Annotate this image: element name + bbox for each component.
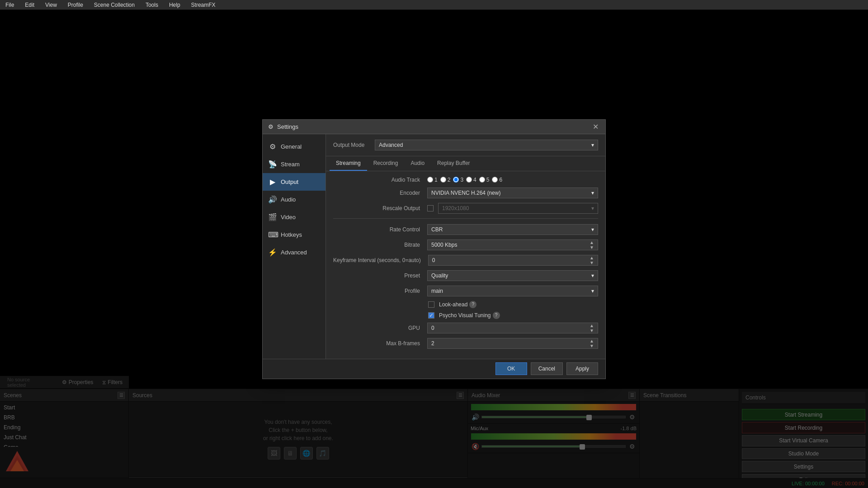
audio-track-radio-1[interactable]: 1 — [427, 177, 438, 183]
rescale-checkbox[interactable] — [427, 205, 434, 211]
dialog-footer: OK Cancel Apply — [263, 359, 605, 379]
look-ahead-checkbox[interactable] — [428, 301, 434, 308]
audio-track-radio-6[interactable]: 6 — [492, 177, 502, 183]
settings-nav-item-advanced[interactable]: ⚡Advanced — [263, 244, 326, 261]
audio-track-radio-5[interactable]: 5 — [479, 177, 490, 183]
psycho-visual-info-icon[interactable]: ? — [493, 312, 500, 319]
max-bframes-control[interactable]: 2 ▲▼ — [427, 338, 598, 349]
dialog-close-btn[interactable]: ✕ — [591, 122, 600, 131]
menu-item-help[interactable]: Help — [167, 1, 182, 9]
profile-chevron-icon: ▾ — [591, 288, 594, 294]
cancel-button[interactable]: Cancel — [531, 362, 563, 375]
ok-button[interactable]: OK — [495, 362, 527, 375]
gpu-row: GPU 0 ▲▼ — [333, 323, 598, 333]
settings-nav-item-output[interactable]: ▶Output — [263, 173, 326, 191]
preset-chevron-icon: ▾ — [591, 272, 594, 279]
settings-nav-item-audio[interactable]: 🔊Audio — [263, 191, 326, 208]
settings-sidebar: ⚙General📡Stream▶Output🔊Audio🎬Video⌨Hotke… — [263, 134, 326, 359]
menu-item-edit[interactable]: Edit — [23, 1, 36, 9]
chevron-down-icon: ▾ — [591, 142, 594, 148]
output-mode-label: Output Mode — [333, 142, 369, 148]
rate-chevron-icon: ▾ — [591, 226, 594, 233]
settings-subtabs: StreamingRecordingAudioReplay Buffer — [326, 156, 605, 171]
audio-nav-icon: 🔊 — [268, 195, 277, 204]
keyframe-spinner[interactable]: ▲▼ — [590, 255, 594, 265]
rate-control-select[interactable]: CBR ▾ — [427, 224, 598, 235]
general-nav-icon: ⚙ — [268, 142, 277, 151]
settings-nav-item-video[interactable]: 🎬Video — [263, 208, 326, 226]
menu-item-tools[interactable]: Tools — [144, 1, 160, 9]
profile-row: Profile main ▾ — [333, 286, 598, 296]
stream-nav-icon: 📡 — [268, 160, 277, 169]
audio-track-radio-2[interactable]: 2 — [440, 177, 451, 183]
menu-item-scene-collection[interactable]: Scene Collection — [92, 1, 137, 9]
rescale-resolution-select[interactable]: 868x488 ▾ — [438, 203, 598, 214]
settings-gear-icon: ⚙ — [268, 123, 274, 130]
subtab-replay-buffer[interactable]: Replay Buffer — [431, 156, 476, 171]
video-nav-icon: 🎬 — [268, 213, 277, 221]
dialog-title: ⚙ Settings — [268, 123, 298, 130]
keyframe-control[interactable]: 0 ▲▼ — [428, 255, 598, 266]
psycho-visual-checkbox[interactable]: ✓ — [428, 312, 434, 319]
look-ahead-info-icon[interactable]: ? — [469, 301, 476, 308]
psycho-visual-row: ✓ Psycho Visual Tuning ? — [428, 312, 598, 319]
bitrate-row: Bitrate 5000 Kbps ▲▼ — [333, 239, 598, 250]
bitrate-control[interactable]: 5000 Kbps ▲▼ — [427, 239, 598, 250]
apply-button[interactable]: Apply — [566, 362, 598, 375]
encoder-chevron-icon: ▾ — [591, 190, 594, 196]
menu-item-view[interactable]: View — [43, 1, 59, 9]
hotkeys-nav-icon: ⌨ — [268, 230, 277, 239]
preset-select[interactable]: Quality ▾ — [427, 270, 598, 281]
gpu-spinner[interactable]: ▲▼ — [590, 323, 594, 333]
subtab-recording[interactable]: Recording — [367, 156, 405, 171]
max-bframes-row: Max B-frames 2 ▲▼ — [333, 338, 598, 349]
rescale-chevron-icon: ▾ — [591, 205, 594, 211]
settings-nav-item-stream[interactable]: 📡Stream — [263, 155, 326, 173]
keyframe-row: Keyframe Interval (seconds, 0=auto) 0 ▲▼ — [333, 255, 598, 266]
preset-row: Preset Quality ▾ — [333, 270, 598, 281]
menu-item-file[interactable]: File — [4, 1, 16, 9]
modal-overlay: ⚙ Settings ✕ ⚙General📡Stream▶Output🔊Audi… — [0, 10, 868, 488]
output-nav-icon: ▶ — [268, 178, 277, 186]
audio-track-radio-3[interactable]: 3 — [453, 177, 463, 183]
settings-form: Audio Track 123456 Encoder NVIDIA NVENC … — [326, 171, 605, 359]
form-divider — [333, 218, 598, 219]
dialog-body: ⚙General📡Stream▶Output🔊Audio🎬Video⌨Hotke… — [263, 134, 605, 359]
dialog-title-bar: ⚙ Settings ✕ — [263, 120, 605, 134]
subtab-audio[interactable]: Audio — [404, 156, 431, 171]
settings-content: Output Mode Advanced ▾ StreamingRecordin… — [326, 134, 605, 359]
encoder-row: Encoder NVIDIA NVENC H.264 (new) ▾ — [333, 188, 598, 198]
settings-dialog: ⚙ Settings ✕ ⚙General📡Stream▶Output🔊Audi… — [262, 119, 606, 379]
audio-track-radios: 123456 — [427, 177, 502, 183]
output-mode-select[interactable]: Advanced ▾ — [375, 140, 598, 150]
audio-track-row: Audio Track 123456 — [333, 177, 598, 183]
advanced-nav-icon: ⚡ — [268, 248, 277, 257]
settings-nav-item-hotkeys[interactable]: ⌨Hotkeys — [263, 226, 326, 244]
gpu-control[interactable]: 0 ▲▼ — [427, 323, 598, 333]
settings-nav-item-general[interactable]: ⚙General — [263, 138, 326, 155]
output-mode-row: Output Mode Advanced ▾ — [326, 134, 605, 156]
menu-bar: File Edit View Profile Scene Collection … — [0, 0, 868, 10]
subtab-streaming[interactable]: Streaming — [330, 156, 367, 171]
max-bframes-spinner[interactable]: ▲▼ — [590, 338, 594, 348]
menu-item-profile[interactable]: Profile — [66, 1, 85, 9]
rate-control-row: Rate Control CBR ▾ — [333, 224, 598, 235]
look-ahead-row: Look-ahead ? — [428, 301, 598, 308]
menu-item-streamfx[interactable]: StreamFX — [189, 1, 217, 9]
encoder-select[interactable]: NVIDIA NVENC H.264 (new) ▾ — [427, 188, 598, 198]
bitrate-spinner[interactable]: ▲▼ — [590, 240, 594, 250]
audio-track-radio-4[interactable]: 4 — [466, 177, 476, 183]
profile-select[interactable]: main ▾ — [427, 286, 598, 296]
rescale-row: Rescale Output 868x488 ▾ — [333, 203, 598, 214]
